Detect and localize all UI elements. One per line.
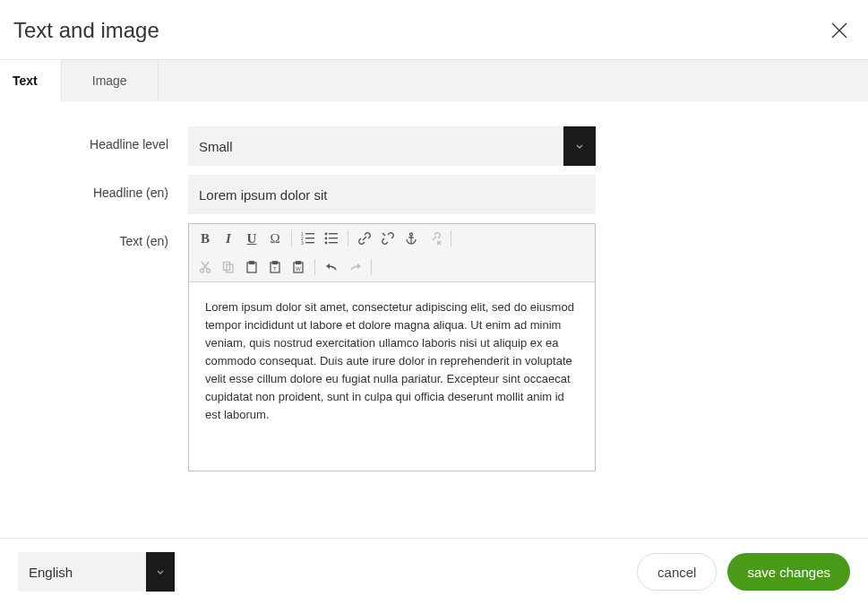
italic-icon: I	[226, 231, 231, 246]
svg-rect-32	[296, 262, 301, 264]
language-select[interactable]: English	[18, 552, 175, 592]
toolbar-separator	[451, 230, 451, 246]
redo-icon	[348, 262, 362, 272]
svg-text:3: 3	[301, 240, 304, 245]
svg-point-12	[325, 242, 328, 245]
copy-button	[218, 256, 239, 278]
cut-icon	[199, 261, 211, 273]
ordered-list-button[interactable]: 123	[297, 228, 319, 249]
row-text: Text (en) B I U Ω 123	[0, 223, 868, 471]
cancel-button[interactable]: cancel	[637, 553, 717, 591]
toolbar-separator	[291, 230, 292, 246]
svg-point-10	[325, 238, 328, 240]
paste-text-button[interactable]: T	[264, 256, 286, 278]
bold-button[interactable]: B	[194, 228, 216, 249]
row-headline: Headline (en)	[0, 175, 868, 214]
tab-image[interactable]: Image	[62, 60, 159, 101]
svg-rect-27	[250, 262, 254, 264]
anchor-button[interactable]	[400, 228, 422, 249]
paste-word-button[interactable]: W	[288, 256, 309, 278]
copy-icon	[222, 261, 235, 273]
unlink-icon	[381, 231, 395, 246]
unordered-list-icon	[324, 232, 339, 245]
rte-toolbar: B I U Ω 123	[189, 224, 595, 282]
tab-text[interactable]: Text	[0, 60, 62, 101]
text-and-image-modal: Text and image Text Image Headline level…	[0, 0, 868, 605]
rich-text-editor: B I U Ω 123	[188, 223, 596, 471]
chevron-down-icon	[157, 570, 164, 575]
toolbar-separator	[371, 259, 372, 275]
italic-button[interactable]: I	[218, 228, 239, 249]
headline-level-value: Small	[188, 126, 563, 166]
underline-icon: U	[247, 231, 257, 246]
ordered-list-icon: 123	[301, 232, 315, 245]
svg-rect-11	[329, 238, 338, 238]
svg-rect-13	[329, 242, 338, 243]
anchor-icon	[405, 232, 417, 245]
svg-text:T: T	[273, 266, 277, 272]
toolbar-separator	[314, 259, 315, 275]
headline-level-select[interactable]: Small	[188, 126, 596, 166]
tab-image-label: Image	[92, 73, 127, 88]
svg-rect-9	[329, 233, 338, 234]
language-value: English	[18, 552, 146, 592]
paste-word-icon: W	[292, 261, 305, 273]
svg-rect-3	[305, 233, 314, 234]
link-icon	[357, 231, 372, 246]
label-headline-level: Headline level	[0, 126, 188, 151]
remove-link-button	[424, 228, 445, 249]
toolbar-separator	[348, 230, 348, 246]
label-headline: Headline (en)	[0, 175, 188, 200]
undo-icon	[325, 262, 339, 272]
modal-footer: English cancel save changes	[0, 538, 868, 605]
svg-rect-29	[273, 262, 278, 264]
svg-text:W: W	[296, 266, 301, 272]
close-icon	[829, 21, 849, 40]
tab-bar: Text Image	[0, 60, 868, 101]
svg-rect-7	[305, 242, 314, 243]
label-text: Text (en)	[0, 223, 188, 248]
special-char-button[interactable]: Ω	[264, 228, 286, 249]
svg-line-14	[382, 233, 385, 236]
cut-button	[194, 256, 216, 278]
footer-actions: cancel save changes	[637, 553, 850, 591]
link-button[interactable]	[354, 228, 375, 249]
save-button[interactable]: save changes	[727, 553, 850, 591]
redo-button	[344, 256, 365, 278]
svg-point-15	[410, 233, 413, 236]
headline-input[interactable]	[188, 175, 596, 214]
rte-textarea[interactable]: Lorem ipsum dolor sit amet, consectetur …	[189, 282, 595, 471]
undo-button[interactable]	[321, 256, 342, 278]
close-button[interactable]	[827, 18, 852, 43]
unlink-button[interactable]	[377, 228, 399, 249]
paste-button[interactable]	[241, 256, 262, 278]
paste-icon	[245, 261, 258, 273]
bold-icon: B	[201, 231, 210, 246]
svg-point-8	[325, 233, 328, 236]
omega-icon: Ω	[270, 231, 279, 246]
chevron-down-icon	[576, 144, 583, 149]
modal-title: Text and image	[13, 18, 159, 43]
language-caret[interactable]	[146, 552, 175, 592]
unordered-list-button[interactable]	[321, 228, 342, 249]
remove-link-icon	[427, 231, 442, 246]
tab-filler	[159, 60, 868, 101]
modal-header: Text and image	[0, 0, 868, 60]
row-headline-level: Headline level Small	[0, 126, 868, 166]
tab-text-label: Text	[13, 73, 38, 88]
paste-text-icon: T	[269, 261, 281, 273]
svg-rect-5	[305, 238, 314, 238]
form-body[interactable]: Headline level Small Headline (en) Text …	[0, 101, 868, 538]
underline-button[interactable]: U	[241, 228, 262, 249]
headline-level-caret[interactable]	[563, 126, 596, 166]
